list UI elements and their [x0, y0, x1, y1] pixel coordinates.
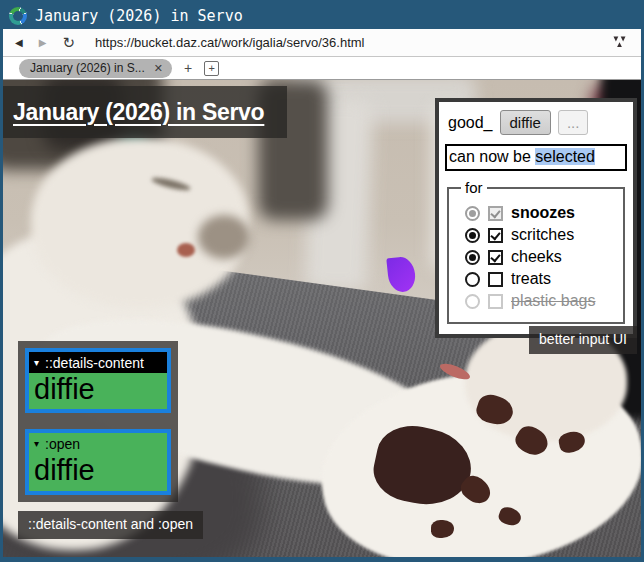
servo-logo-icon	[9, 7, 27, 25]
option-label-cheeks[interactable]: cheeks	[511, 248, 562, 266]
summary-label: ::details-content	[45, 355, 144, 371]
new-tab-button[interactable]: +	[184, 61, 192, 75]
option-row-snoozes: snoozes	[459, 204, 619, 222]
tab-label: January (2026) in S...	[30, 61, 145, 75]
titlebar: January (2026) in Servo	[3, 3, 641, 29]
input-demo-panel: good_ diffie ... can now be selected for…	[435, 98, 637, 338]
tab-close-icon[interactable]: ✕	[154, 63, 163, 74]
checkbox-treats[interactable]	[488, 272, 503, 287]
option-label-scritches[interactable]: scritches	[511, 226, 574, 244]
window-title: January (2026) in Servo	[35, 7, 243, 25]
for-fieldset: for snoozes scritches cheeks	[447, 179, 625, 324]
option-label-plastic-bags[interactable]: plastic bags	[511, 292, 596, 310]
reload-button[interactable]: ↻	[62, 35, 75, 50]
details-box-open: ▾ :open diffie	[25, 429, 171, 494]
browser-window: January (2026) in Servo ◀ ▶ ↻ https://bu…	[0, 0, 644, 562]
checkbox-snoozes[interactable]	[488, 206, 503, 221]
details-summary[interactable]: ▾ :open	[29, 433, 167, 454]
radio-treats[interactable]	[465, 272, 480, 287]
details-demo-group: ▾ ::details-content diffie ▾ :open diffi…	[18, 341, 178, 502]
prompt-label: good_	[448, 114, 493, 132]
forward-button[interactable]: ▶	[39, 38, 47, 48]
radio-plastic-bags[interactable]	[465, 294, 480, 309]
input-text: can now be	[449, 148, 535, 165]
back-button[interactable]: ◀	[15, 38, 23, 48]
option-row-cheeks: cheeks	[459, 248, 619, 266]
heading-block: January (2026) in Servo	[3, 86, 287, 138]
radio-cheeks[interactable]	[465, 250, 480, 265]
option-label-snoozes[interactable]: snoozes	[511, 204, 575, 222]
option-row-scritches: scritches	[459, 226, 619, 244]
tab-bar: January (2026) in S... ✕ + +	[3, 57, 641, 80]
caption-details-content-open: ::details-content and :open	[18, 511, 203, 539]
checkbox-scritches[interactable]	[488, 228, 503, 243]
new-window-button[interactable]: +	[204, 61, 219, 76]
radio-snoozes[interactable]	[465, 206, 480, 221]
checkbox-plastic-bags[interactable]	[488, 294, 503, 309]
option-label-treats[interactable]: treats	[511, 270, 551, 288]
input-text-selected: selected	[535, 148, 595, 165]
plus-square-icon: +	[208, 63, 214, 74]
disclosure-triangle-icon: ▾	[34, 439, 39, 449]
caption-better-input-ui: better input UI	[529, 326, 637, 354]
details-content-text: diffie	[29, 454, 167, 490]
option-row-treats: treats	[459, 270, 619, 288]
radio-scritches[interactable]	[465, 228, 480, 243]
tab-january-2026[interactable]: January (2026) in S... ✕	[19, 59, 172, 78]
page-viewport: January (2026) in Servo good_ diffie ...…	[3, 80, 641, 557]
details-box-details-content: ▾ ::details-content diffie	[25, 348, 171, 413]
photo-cat-ear-patch	[198, 215, 250, 259]
diffie-button[interactable]: diffie	[500, 110, 551, 135]
browser-toolbar: ◀ ▶ ↻ https://bucket.daz.cat/work/igalia…	[3, 29, 641, 57]
button-row: good_ diffie ...	[445, 110, 627, 135]
option-row-plastic-bags: plastic bags	[459, 292, 619, 310]
checkbox-cheeks[interactable]	[488, 250, 503, 265]
url-bar[interactable]: https://bucket.daz.cat/work/igalia/servo…	[95, 35, 593, 50]
text-input[interactable]: can now be selected	[445, 144, 627, 171]
fieldset-legend: for	[461, 179, 487, 196]
disclosure-triangle-icon: ▾	[34, 358, 39, 368]
more-button[interactable]: ...	[558, 110, 589, 135]
page-title: January (2026) in Servo	[13, 99, 264, 126]
photo-cat-nose	[177, 243, 195, 257]
trefoil-menu-icon[interactable]	[609, 34, 629, 52]
details-content-text: diffie	[29, 373, 167, 409]
details-summary[interactable]: ▾ ::details-content	[29, 352, 167, 373]
summary-label: :open	[45, 436, 80, 452]
